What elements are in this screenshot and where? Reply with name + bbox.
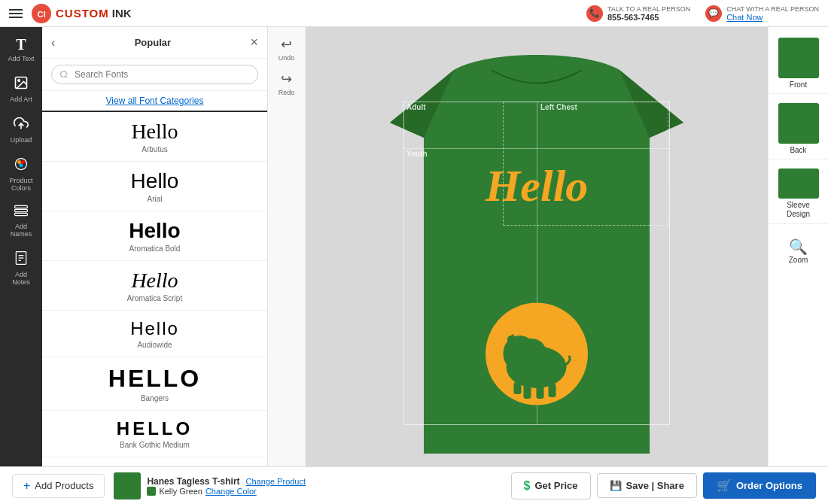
undo-button[interactable]: ↩ Undo (275, 33, 298, 65)
bottom-bar: + Add Products Hanes Tagless T-shirt Cha… (0, 466, 828, 504)
chat-link[interactable]: Chat Now (726, 13, 819, 22)
svg-rect-21 (537, 384, 544, 399)
sidebar-item-add-names[interactable]: AddNames (0, 198, 42, 244)
canvas-label-left-chest: Left Chest (540, 103, 691, 111)
back-label: Back (790, 146, 806, 154)
chat-icon: 💬 (705, 5, 722, 22)
colors-icon (14, 156, 29, 175)
save-icon: 💾 (610, 480, 622, 491)
save-share-button[interactable]: 💾 Save | Share (597, 473, 697, 498)
font-panel-header: ‹ Popular × (42, 27, 267, 59)
sidebar: T Add Text Add Art Upload (0, 27, 42, 504)
font-name-label: Aromatica Script (54, 294, 255, 302)
header: CI CUSTOM INK 📞 TALK TO A REAL PERSON 85… (0, 0, 828, 27)
hello-text-overlay[interactable]: Hello (486, 160, 589, 212)
svg-rect-9 (15, 206, 28, 208)
font-item-aromatica-script[interactable]: HelloAromatica Script (42, 261, 267, 311)
sidebar-item-product-colors[interactable]: ProductColors (0, 150, 42, 199)
logo-icon: CI (30, 3, 53, 24)
font-item-bank-gothic-medium[interactable]: HELLOBank Gothic Medium (42, 411, 267, 457)
talk-info: TALK TO A REAL PERSON 855-563-7465 (607, 5, 690, 22)
sidebar-label-colors: ProductColors (9, 178, 32, 193)
sleeve-thumb (778, 169, 819, 199)
font-item-audiowide[interactable]: HelloAudiowide (42, 311, 267, 357)
talk-label: TALK TO A REAL PERSON (607, 5, 690, 13)
right-panel: Front Back SleeveDesign 🔍 Zoom (768, 27, 828, 504)
add-products-button[interactable]: + Add Products (12, 474, 105, 498)
save-share-label: Save | Share (626, 480, 684, 491)
sidebar-label-names: AddNames (11, 223, 32, 238)
art-icon (14, 75, 29, 94)
view-all-font-categories[interactable]: View all Font Categories (42, 91, 267, 112)
text-icon: T (16, 36, 26, 53)
change-product-link[interactable]: Change Product (246, 477, 306, 486)
font-name-label: Arbutus (54, 145, 255, 153)
font-name-label: Bank Gothic Medium (54, 441, 255, 449)
order-options-button[interactable]: 🛒 Order Options (703, 472, 816, 499)
font-item-arbutus[interactable]: HelloArbutus (42, 112, 267, 162)
front-label: Front (790, 80, 807, 89)
notes-icon (14, 250, 28, 269)
undo-icon: ↩ (281, 36, 292, 53)
canvas-label-adult: Adult (406, 103, 426, 111)
product-details: Hanes Tagless T-shirt Change Product Kel… (147, 476, 306, 496)
sidebar-item-upload[interactable]: Upload (0, 110, 42, 150)
sidebar-item-add-art[interactable]: Add Art (0, 69, 42, 110)
sidebar-item-add-notes[interactable]: AddNotes (0, 244, 42, 293)
font-list: HelloArbutusHelloArialHelloAromatica Bol… (42, 112, 267, 504)
font-item-bangers[interactable]: HELLOBangers (42, 357, 267, 411)
product-thumbnail (114, 472, 141, 499)
svg-rect-23 (514, 382, 522, 394)
talk-contact: 📞 TALK TO A REAL PERSON 855-563-7465 (586, 5, 690, 22)
view-button-sleeve[interactable]: SleeveDesign (769, 164, 828, 224)
sleeve-label: SleeveDesign (787, 201, 810, 219)
back-thumb (778, 103, 819, 144)
get-price-button[interactable]: $ Get Price (511, 472, 591, 499)
svg-rect-22 (549, 384, 556, 397)
svg-point-3 (18, 80, 20, 82)
redo-icon: ↪ (281, 71, 292, 87)
svg-point-6 (17, 160, 21, 164)
redo-button[interactable]: ↪ Redo (275, 68, 298, 99)
color-swatch (147, 487, 156, 496)
font-panel: ‹ Popular × View all Font Categories Hel… (42, 27, 268, 504)
tshirt-container[interactable]: Adult Youth Left Chest Hello (337, 47, 736, 484)
sidebar-label-notes: AddNotes (12, 272, 30, 287)
logo[interactable]: CI CUSTOM INK (30, 3, 132, 24)
menu-button[interactable] (9, 9, 23, 18)
add-products-icon: + (23, 479, 30, 493)
logo-ink-text: INK (112, 7, 132, 20)
phone-icon: 📞 (586, 5, 603, 22)
phone-number: 855-563-7465 (607, 13, 690, 22)
zoom-label: Zoom (789, 256, 808, 264)
undo-redo-panel: ↩ Undo ↪ Redo (268, 27, 306, 504)
order-label: Order Options (736, 480, 802, 491)
view-button-front[interactable]: Front (769, 33, 828, 94)
sidebar-label-add-text: Add Text (8, 56, 35, 63)
panel-close-button[interactable]: × (250, 35, 258, 50)
product-info: Hanes Tagless T-shirt Change Product Kel… (114, 472, 306, 499)
font-name-label: Bangers (54, 394, 255, 402)
svg-text:CI: CI (38, 10, 46, 19)
zoom-button[interactable]: 🔍 Zoom (769, 230, 828, 272)
header-right: 📞 TALK TO A REAL PERSON 855-563-7465 💬 C… (586, 5, 819, 22)
header-left: CI CUSTOM INK (9, 3, 132, 24)
font-name-label: Audiowide (54, 341, 255, 349)
color-name: Kelly Green (159, 487, 202, 496)
undo-label: Undo (279, 54, 295, 62)
font-search-input[interactable] (51, 65, 258, 84)
upload-icon (14, 116, 29, 135)
chat-label: CHAT WITH A REAL PERSON (726, 5, 819, 13)
font-item-aromatica-bold[interactable]: HelloAromatica Bold (42, 211, 267, 261)
sidebar-item-add-text[interactable]: T Add Text (0, 30, 42, 69)
svg-point-8 (20, 163, 23, 167)
font-name-label: Arial (54, 195, 255, 203)
view-button-back[interactable]: Back (769, 99, 828, 159)
change-color-link[interactable]: Change Color (205, 487, 257, 496)
redo-label: Redo (279, 89, 295, 96)
font-item-arial[interactable]: HelloArial (42, 162, 267, 211)
svg-point-7 (21, 160, 25, 164)
canvas-label-youth: Youth (406, 150, 428, 158)
chat-contact: 💬 CHAT WITH A REAL PERSON Chat Now (705, 5, 819, 22)
sidebar-label-add-art: Add Art (10, 96, 32, 104)
